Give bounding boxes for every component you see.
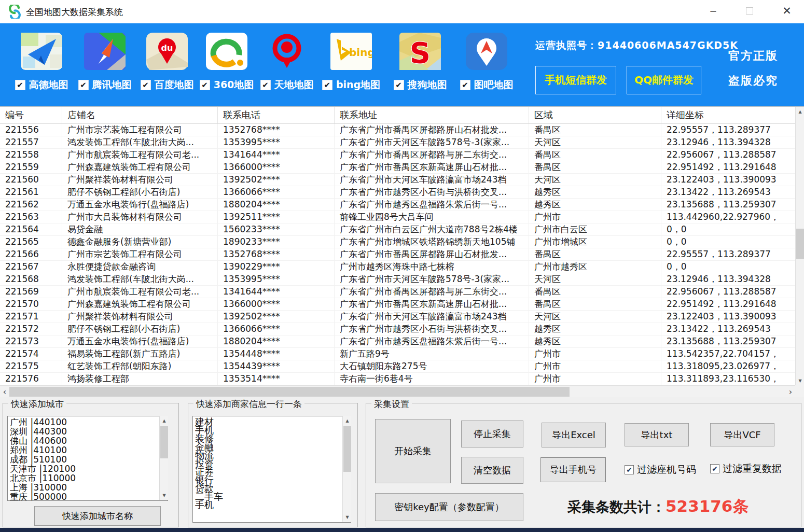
stop-collect-button[interactable]: 停止采集	[461, 421, 523, 447]
table-cell-id: 221571	[0, 311, 62, 323]
quick-add-city-button[interactable]: 快速添加城市名称	[34, 506, 161, 526]
scroll-up-icon[interactable]: ▲	[343, 416, 352, 425]
table-cell-region: 越秀区	[529, 186, 661, 198]
table-row[interactable]: 221566广州市宗艺装饰工程有限公司1352768****广东省广州市番禺区屏…	[0, 248, 795, 261]
table-row[interactable]: 221556广州市宗艺装饰工程有限公司1352768****广东省广州市番禺区屏…	[0, 124, 795, 136]
map-source-bing: bing ✔ bing地图	[321, 33, 381, 92]
table-cell-phone: 1880204****	[218, 199, 335, 211]
mapbar-checkbox[interactable]: ✔	[460, 80, 470, 90]
scrollbar-corner	[795, 385, 804, 397]
export-txt-button[interactable]: 导出txt	[625, 423, 689, 446]
scroll-down-icon[interactable]: ▼	[343, 512, 352, 522]
table-row[interactable]: 221559广州森嘉建筑装饰工程有限公司1366000****广东省广州市番禺区…	[0, 161, 795, 174]
list-item[interactable]: 银行	[195, 476, 351, 484]
mapbar-label: 图吧地图	[474, 78, 514, 92]
scroll-up-icon[interactable]: ▲	[796, 107, 804, 116]
list-item[interactable]: 重庆 |500000	[10, 492, 168, 501]
list-item[interactable]: 二手车	[195, 493, 351, 501]
list-item[interactable]: 物流	[195, 451, 351, 459]
table-cell-id: 221569	[0, 286, 62, 298]
export-vcf-button[interactable]: 导出VCF	[710, 423, 774, 446]
list-item[interactable]: 天津市 |120100	[10, 464, 168, 473]
list-item[interactable]: 金融	[195, 443, 351, 451]
amap-checkbox[interactable]: ✔	[15, 80, 25, 90]
table-row[interactable]: 221572肥仔不锈钢工程部(小石街店)1366066****广东省广州市越秀区…	[0, 323, 795, 335]
table-row[interactable]: 221571广州聚祥装饰材料有限公司1392502****广东省广州市天河区车陂…	[0, 311, 795, 323]
table-row[interactable]: 221557鸿发装饰工程部(车陂北街大岗...1353995****广东省广州市…	[0, 136, 795, 149]
list-item[interactable]: 北京市 |110000	[10, 473, 168, 483]
sogou-map-checkbox[interactable]: ✔	[394, 80, 404, 90]
export-phone-button[interactable]: 导出手机号	[540, 457, 606, 482]
list-item[interactable]: 证券	[195, 468, 351, 476]
merchant-list-scrollbar-thumb[interactable]	[343, 426, 351, 472]
close-button[interactable]: ✕	[775, 0, 799, 22]
scroll-down-icon[interactable]: ▼	[796, 376, 804, 385]
table-row[interactable]: 221575红艺装饰工程部(朝阳东路)1354439****大石镇朝阳东路275…	[0, 360, 795, 373]
vertical-scrollbar-thumb[interactable]	[796, 229, 804, 259]
list-item[interactable]: 上海 |310000	[10, 483, 168, 492]
table-row[interactable]: 221573万通五金水电装饰行(盘福路店)1880204****广东省广州市越秀…	[0, 335, 795, 348]
list-item[interactable]: 成都 |510100	[10, 455, 168, 464]
list-item[interactable]: 手机	[195, 501, 351, 509]
table-cell-coords: 23.135688，113.259307	[661, 199, 795, 211]
list-item[interactable]: 深圳 |440300	[10, 427, 168, 436]
column-header-coords[interactable]: 详细坐标	[661, 107, 795, 123]
maximize-button[interactable]	[738, 0, 761, 22]
table-cell-address: 广州市越秀区海珠中路七株榕	[335, 261, 529, 273]
list-item[interactable]: 手机	[195, 426, 351, 435]
column-header-name[interactable]: 店铺名	[62, 107, 218, 123]
horizontal-scrollbar-thumb[interactable]	[9, 387, 570, 397]
city-listbox[interactable]: 广州 |440100深圳 |440300佛山 |440600郑州 |410100…	[7, 416, 168, 501]
list-item[interactable]: 佛山 |440600	[10, 436, 168, 445]
scroll-right-icon[interactable]: ›	[786, 386, 795, 398]
merchant-listbox[interactable]: 建材手机装修金融物流投资证券银行贷款二手车手机	[192, 416, 351, 523]
tencent-map-checkbox[interactable]: ✔	[78, 80, 89, 90]
scroll-left-icon[interactable]: ‹	[0, 386, 9, 398]
table-row[interactable]: 221558广州市航宸装饰工程有限公司老...1341644****广东省广州市…	[0, 149, 795, 161]
table-cell-address: 广东省广州市增城区铁塔路锦绣新天地105铺	[335, 236, 529, 248]
filter-duplicate-checkbox[interactable]: ✔	[710, 464, 719, 473]
column-header-address[interactable]: 联系地址	[335, 107, 529, 123]
start-collect-button[interactable]: 开始采集	[375, 419, 451, 483]
export-excel-button[interactable]: 导出Excel	[542, 423, 606, 447]
list-item[interactable]: 投资	[195, 459, 351, 468]
list-item[interactable]: 建材	[195, 418, 351, 426]
column-header-id[interactable]: 编号	[0, 107, 62, 123]
table-cell-name: 鸿发装饰工程部(车陂北街大岗...	[62, 273, 218, 285]
table-row[interactable]: 221561肥仔不锈钢工程部(小石街店)1366066****广东省广州市越秀区…	[0, 186, 795, 199]
table-row[interactable]: 221576鸿扬装修工程部1353514****寺右南一街6巷4号广州市113.…	[0, 373, 795, 385]
table-row[interactable]: 221574福易装饰工程部(新广五路店)1354448****新广五路9号广州市…	[0, 348, 795, 360]
table-cell-region: 广州市越秀区	[529, 261, 661, 273]
tianditu-checkbox[interactable]: ✔	[260, 80, 271, 90]
qq-mail-broadcast-button[interactable]: QQ邮件群发	[627, 66, 701, 94]
column-header-phone[interactable]: 联系电话	[218, 107, 335, 123]
table-row[interactable]: 221562万通五金水电装饰行(盘福路店)1880204****广东省广州市越秀…	[0, 199, 795, 211]
table-row[interactable]: 221567永胜便捷贷款金融咨询1390229****广州市越秀区海珠中路七株榕…	[0, 261, 795, 273]
table-cell-region: 天河区	[529, 174, 661, 186]
baidu-map-checkbox[interactable]: ✔	[141, 80, 151, 90]
list-item[interactable]: 郑州 |410100	[10, 445, 168, 455]
list-item[interactable]: 装修	[195, 435, 351, 443]
table-row[interactable]: 221565德鑫金融服务(新塘营业部)1890233****广东省广州市增城区铁…	[0, 236, 795, 248]
table-row[interactable]: 221563广州市大吕装饰材料有限公司1392511****前锋工业园8号大吕车…	[0, 211, 795, 223]
table-cell-id: 221557	[0, 136, 62, 148]
column-header-region[interactable]: 区域	[529, 107, 661, 123]
sms-broadcast-button[interactable]: 手机短信群发	[535, 66, 616, 94]
minimize-button[interactable]: ─	[701, 0, 725, 22]
table-cell-phone: 1392502****	[218, 311, 335, 323]
bing-map-checkbox[interactable]: ✔	[322, 80, 332, 90]
key-config-button[interactable]: 密钥key配置（参数配置）	[375, 493, 523, 521]
scroll-down-icon[interactable]: ▼	[160, 491, 169, 500]
clear-data-button[interactable]: 清空数据	[461, 457, 523, 484]
filter-landline-checkbox[interactable]: ✔	[625, 465, 634, 474]
table-cell-id: 221565	[0, 236, 62, 248]
scroll-up-icon[interactable]: ▲	[160, 416, 169, 425]
table-row[interactable]: 221560广州聚祥装饰材料有限公司1392502****广东省广州市天河区车陂…	[0, 174, 795, 186]
table-row[interactable]: 221569广州市航宸装饰工程有限公司老...1341644****广东省广州市…	[0, 286, 795, 298]
list-item[interactable]: 广州 |440100	[10, 417, 168, 427]
table-row[interactable]: 221570广州森嘉建筑装饰工程有限公司1366000****广东省广州市番禺区…	[0, 298, 795, 311]
table-row[interactable]: 221568鸿发装饰工程部(车陂北街大岗...1353995****广东省广州市…	[0, 273, 795, 286]
map-360-checkbox[interactable]: ✔	[200, 80, 210, 90]
table-row[interactable]: 221564易贷金融1560233****广东省广州市白云区广州大道南788号2…	[0, 223, 795, 236]
city-list-scrollbar-thumb[interactable]	[160, 426, 168, 458]
